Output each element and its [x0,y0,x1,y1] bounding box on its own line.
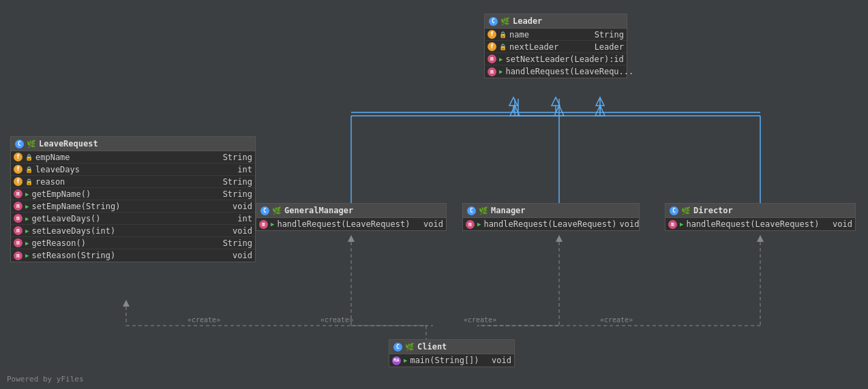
method-type: String [223,189,252,199]
method-name: main(String[]) [410,356,489,365]
svg-marker-9 [554,106,564,116]
director-class: C 🌿 Director m ▶ handleRequest(LeaveRequ… [665,203,856,231]
director-title: Director [693,206,733,215]
method-type: String [223,238,252,248]
leaf-icon: 🌿 [405,343,415,352]
method-icon-m: m [14,238,23,247]
leave-request-class: C 🌿 LeaveRequest f 🔒 empName String f 🔒 … [10,136,256,262]
svg-text:«create»: «create» [320,316,353,324]
method-type: void [833,219,852,229]
svg-marker-28 [556,235,563,242]
general-manager-class: C 🌿 GeneralManager m ▶ handleRequest(Lea… [256,203,447,231]
field-icon-f: f [14,177,23,186]
method-icon-m: m [488,55,496,63]
director-header: C 🌿 Director [665,204,855,218]
method-name: handleRequest(LeaveRequest) [277,219,421,229]
method-name: setNextLeader(Leader):id [505,55,624,64]
lock-icon: 🔒 [25,166,33,173]
svg-text:«create»: «create» [464,316,496,324]
lock-icon: 🔒 [499,44,507,50]
field-name-text: name [509,30,592,40]
method-name: setEmpName(String) [31,202,230,211]
pub-icon: ▶ [499,56,503,63]
method-getreason: m ▶ getReason() String [11,237,255,249]
method-icon-main: MA [392,356,401,365]
method-handlerequest: m ▶ handleRequest(LeaveRequ... [485,65,627,78]
gm-method-handle: m ▶ handleRequest(LeaveRequest) void [256,218,446,230]
powered-by-text: Powered by yFiles [7,375,84,384]
method-name: getEmpName() [31,189,220,199]
method-type: void [492,356,511,365]
class-icon-c: C [670,206,678,215]
method-name: handleRequest(LeaveRequest) [686,219,830,229]
method-name: setReason(String) [31,251,230,260]
field-reason: f 🔒 reason String [11,176,255,188]
manager-header: C 🌿 Manager [463,204,639,218]
pub-icon: ▶ [404,357,407,364]
class-icon-c: C [15,140,24,149]
svg-marker-11 [595,106,605,116]
svg-marker-25 [348,235,355,242]
client-title: Client [417,342,447,352]
client-class: C 🌿 Client MA ▶ main(String[]) void [389,339,515,367]
diagram-canvas: «create» «create» «create» «create» C 🌿 … [0,0,868,389]
field-icon-f: f [14,153,23,161]
method-icon-m: m [14,251,23,260]
field-nextleader: f 🔒 nextLeader Leader [485,41,627,53]
powered-by-label: Powered by yFiles [7,375,84,384]
class-icon-c: C [467,206,476,215]
manager-class: C 🌿 Manager m ▶ handleRequest(LeaveReque… [462,203,640,231]
leaf-icon: 🌿 [27,140,36,149]
pub-icon: ▶ [25,252,29,259]
method-type: int [237,214,252,223]
gm-header: C 🌿 GeneralManager [256,204,446,218]
svg-marker-7 [510,106,520,116]
leave-request-header: C 🌿 LeaveRequest [11,137,255,151]
pub-icon: ▶ [25,215,29,222]
lock-icon: 🔒 [25,178,33,185]
svg-marker-14 [509,97,518,106]
field-icon-f: f [14,165,23,174]
pub-icon: ▶ [25,240,29,247]
field-name: reason [35,177,220,187]
method-setleavedays: m ▶ setLeaveDays(int) void [11,225,255,237]
method-icon-m: m [14,226,23,235]
method-name: handleRequest(LeaveRequest) [483,219,616,229]
field-icon-f: f [488,42,496,51]
svg-marker-18 [596,97,604,106]
pub-icon: ▶ [477,221,481,228]
class-icon-c: C [260,206,269,215]
method-icon-m: m [14,214,23,223]
lock-icon: 🔒 [499,31,507,38]
client-method-main: MA ▶ main(String[]) void [389,354,514,367]
field-type: String [223,177,252,187]
method-name: handleRequest(LeaveRequ... [505,67,633,76]
svg-marker-31 [757,235,764,242]
client-header: C 🌿 Client [389,340,514,354]
svg-text:«create»: «create» [600,316,633,324]
field-type: String [595,30,624,40]
field-name-text: nextLeader [509,42,592,52]
pub-icon: ▶ [499,68,503,75]
leader-header: C 🌿 Leader [485,14,627,29]
method-icon-m: m [488,67,496,76]
pub-icon: ▶ [25,203,29,210]
field-type: String [223,153,252,162]
method-type: void [233,202,252,211]
pub-icon: ▶ [680,221,683,228]
field-leavedays: f 🔒 leaveDays int [11,164,255,176]
method-setempname: m ▶ setEmpName(String) void [11,200,255,213]
method-name: getReason() [31,238,220,248]
field-type: Leader [595,42,624,52]
svg-text:«create»: «create» [188,316,220,324]
leaf-icon: 🌿 [479,206,488,215]
method-type: void [233,226,252,236]
manager-method-handle: m ▶ handleRequest(LeaveRequest) void [463,218,639,230]
pub-icon: ▶ [25,228,29,234]
lock-icon: 🔒 [25,154,33,161]
method-icon-m: m [259,220,268,229]
manager-title: Manager [491,206,526,215]
method-icon-m: m [14,189,23,198]
method-name: getLeaveDays() [31,214,235,223]
method-getempname: m ▶ getEmpName() String [11,188,255,200]
